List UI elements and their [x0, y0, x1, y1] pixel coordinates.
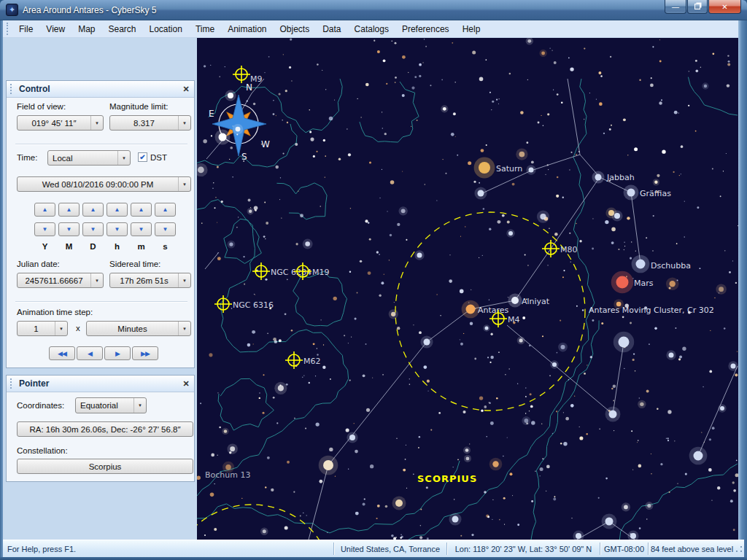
spin-up-Y[interactable]: ▲: [34, 203, 55, 217]
menu-objects[interactable]: Objects: [274, 22, 317, 36]
star: [295, 243, 298, 245]
star: [306, 515, 307, 516]
resize-grip[interactable]: [735, 540, 744, 557]
menu-help[interactable]: Help: [456, 22, 487, 36]
animation-step-value-combo[interactable]: 1▼: [17, 321, 68, 336]
star: [611, 388, 613, 389]
animate-fast-forward-button[interactable]: ▶▶: [132, 346, 158, 360]
datetime-combo[interactable]: Wed 08/10/2016 09:00:00 PM▼: [17, 176, 191, 192]
spin-unit-label-D: D: [82, 242, 104, 251]
star: [605, 220, 608, 224]
sky-map[interactable]: NEWSJabbahGräffiasDschubbaAlniyatAntares…: [197, 38, 738, 540]
star: [652, 46, 654, 47]
star: [436, 294, 437, 295]
star: [662, 150, 665, 154]
bright-star: [669, 353, 674, 358]
minimize-button[interactable]: —: [665, 0, 686, 14]
star: [377, 505, 380, 508]
star: [317, 63, 319, 66]
star: [365, 343, 367, 345]
spin-up-s[interactable]: ▲: [155, 203, 176, 217]
menu-data[interactable]: Data: [316, 22, 347, 36]
chevron-down-icon[interactable]: ▼: [90, 273, 103, 287]
star: [570, 262, 571, 262]
star: [236, 127, 241, 132]
spin-down-M[interactable]: ▼: [58, 222, 80, 236]
menu-time[interactable]: Time: [189, 22, 221, 36]
menu-catalogs[interactable]: Catalogs: [348, 22, 395, 36]
bright-star: [508, 231, 513, 236]
magnitude-limit-combo[interactable]: 8.317▼: [109, 115, 191, 131]
spin-up-h[interactable]: ▲: [107, 203, 128, 217]
chevron-down-icon[interactable]: ▼: [178, 177, 190, 191]
chevron-down-icon[interactable]: ▼: [178, 322, 190, 335]
toolbar-grip[interactable]: [7, 23, 9, 34]
chevron-down-icon[interactable]: ▼: [178, 116, 190, 130]
star: [291, 80, 293, 82]
spin-down-h[interactable]: ▼: [107, 222, 128, 236]
star: [360, 117, 362, 118]
star: [726, 153, 727, 154]
close-icon[interactable]: ✕: [181, 85, 194, 94]
spin-down-s[interactable]: ▼: [155, 222, 176, 236]
star: [496, 98, 498, 100]
star: [723, 171, 724, 171]
time-label: Time:: [17, 153, 37, 162]
field-of-view-combo[interactable]: 019° 45′ 11″▼: [17, 115, 104, 131]
maximize-button[interactable]: [687, 0, 708, 14]
pointer-panel-header[interactable]: Pointer ✕: [7, 376, 194, 392]
close-button[interactable]: ✕: [708, 0, 741, 14]
star: [409, 384, 411, 385]
star: [639, 79, 640, 81]
panel-grip[interactable]: [10, 378, 13, 388]
menu-view[interactable]: View: [39, 22, 71, 36]
star: [701, 432, 702, 432]
star: [589, 93, 590, 93]
menu-file[interactable]: File: [12, 22, 39, 36]
chevron-down-icon[interactable]: ▼: [133, 398, 146, 413]
chevron-down-icon[interactable]: ▼: [55, 322, 67, 335]
star: [486, 144, 487, 146]
menu-preferences[interactable]: Preferences: [395, 22, 456, 36]
animation-step-unit-combo[interactable]: Minutes▼: [86, 321, 191, 336]
pointer-position-button[interactable]: RA: 16h 30m 26.06s, Dec: -26° 27′ 56.8″: [17, 421, 193, 437]
dst-checkbox[interactable]: ✔ DST: [138, 152, 167, 162]
close-icon[interactable]: ✕: [181, 379, 194, 389]
animate-fast-backward-button[interactable]: ◀◀: [49, 346, 75, 360]
bright-star: [228, 93, 233, 98]
spin-up-m[interactable]: ▲: [131, 203, 152, 217]
spin-up-D[interactable]: ▲: [82, 203, 104, 217]
star: [325, 155, 326, 157]
star: [508, 297, 508, 298]
panel-grip[interactable]: [10, 84, 13, 93]
star: [582, 309, 584, 311]
constellation-value-button[interactable]: Scorpius: [17, 459, 193, 474]
star: [570, 152, 572, 153]
menu-search[interactable]: Search: [101, 22, 142, 36]
chevron-down-icon[interactable]: ▼: [90, 116, 103, 130]
chevron-down-icon[interactable]: ▼: [178, 273, 190, 287]
star: [592, 218, 593, 219]
star: [247, 343, 251, 347]
julian-date-combo[interactable]: 2457611.66667▼: [17, 273, 104, 288]
coordinates-combo[interactable]: Equatorial▼: [75, 397, 147, 413]
star: [584, 119, 584, 120]
spin-down-D[interactable]: ▼: [82, 222, 104, 236]
spin-down-m[interactable]: ▼: [131, 222, 152, 236]
menu-animation[interactable]: Animation: [221, 22, 273, 36]
sidereal-time-combo[interactable]: 17h 26m 51s▼: [109, 273, 191, 288]
chevron-down-icon[interactable]: ▼: [117, 151, 130, 165]
animate-forward-button[interactable]: ▶: [104, 346, 131, 360]
spin-up-M[interactable]: ▲: [58, 203, 80, 217]
checkbox-check-icon[interactable]: ✔: [138, 152, 147, 162]
animate-backward-button[interactable]: ◀: [77, 346, 103, 360]
star: [546, 465, 550, 469]
time-mode-combo[interactable]: Local▼: [47, 150, 131, 166]
star: [596, 98, 597, 99]
menu-map[interactable]: Map: [71, 22, 101, 36]
title-bar[interactable]: ✦ Area Around Antares - CyberSky 5 —✕: [0, 0, 747, 20]
menu-location[interactable]: Location: [143, 22, 189, 36]
star: [719, 287, 724, 292]
spin-down-Y[interactable]: ▼: [34, 222, 55, 236]
control-panel-header[interactable]: Control ✕: [7, 81, 194, 98]
